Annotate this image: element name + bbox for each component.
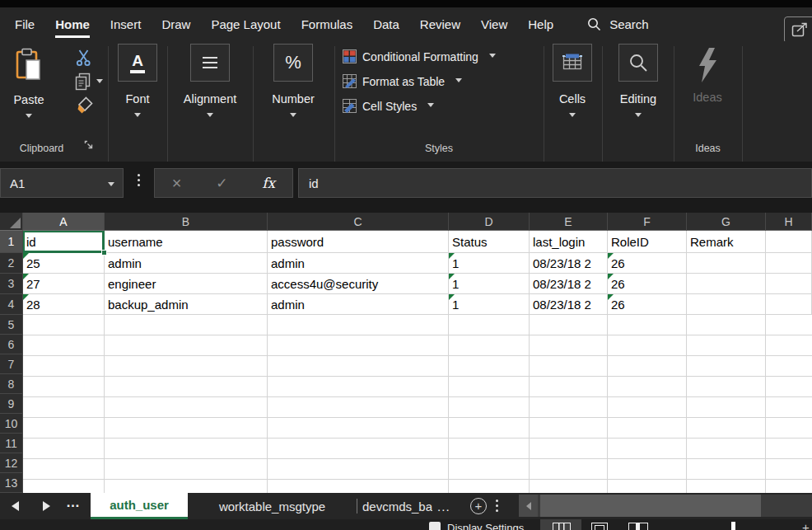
cell-d4[interactable]: 1 [449, 294, 530, 315]
cell-h4[interactable] [766, 294, 812, 315]
number-group-button[interactable]: % Number [273, 44, 313, 117]
cut-button[interactable] [76, 49, 91, 70]
row-header-1[interactable]: 1 [0, 231, 23, 253]
sheet-tab-worktable-msgtype[interactable]: worktable_msgtype [188, 493, 357, 519]
cell-c4[interactable]: admin [268, 294, 449, 315]
row-header-10[interactable]: 10 [0, 414, 23, 434]
select-all-button[interactable] [0, 213, 23, 231]
cell-styles-button[interactable]: Cell Styles [343, 99, 434, 113]
row-header-9[interactable]: 9 [0, 394, 23, 414]
zoom-in-button[interactable]: + [802, 520, 810, 530]
cell-g4[interactable] [687, 294, 766, 315]
cell-a3[interactable]: 27 [23, 274, 105, 294]
cell-f2[interactable]: 26 [608, 253, 687, 274]
cell-b3[interactable]: engineer [105, 274, 268, 294]
cell-g3[interactable] [687, 274, 766, 294]
column-header-d[interactable]: D [449, 213, 530, 231]
row-header-3[interactable]: 3 [0, 274, 23, 294]
sheet-tab-devcmds[interactable]: devcmds_ba ... [362, 493, 463, 519]
format-as-table-button[interactable]: Format as Table [343, 74, 462, 88]
column-header-a[interactable]: A [23, 213, 105, 231]
search-box[interactable]: Search [587, 17, 649, 31]
clipboard-dialog-launcher[interactable] [84, 138, 94, 153]
cell-a4[interactable]: 28 [23, 294, 105, 315]
column-header-c[interactable]: C [268, 213, 449, 231]
new-sheet-button[interactable]: + [470, 498, 487, 514]
column-header-e[interactable]: E [530, 213, 608, 231]
ideas-button[interactable]: Ideas [688, 46, 727, 104]
insert-function-button[interactable]: fx [262, 175, 275, 191]
format-painter-button[interactable] [76, 96, 94, 117]
menu-tab-draw[interactable]: Draw [161, 17, 190, 31]
menu-tab-home[interactable]: Home [55, 17, 90, 31]
cell-b1[interactable]: username [105, 231, 268, 253]
row-header-8[interactable]: 8 [0, 374, 23, 394]
column-header-g[interactable]: G [687, 213, 766, 231]
cell-f3[interactable]: 26 [608, 274, 687, 294]
sheet-tab-auth-user[interactable]: auth_user [91, 493, 188, 519]
menu-tab-page-layout[interactable]: Page Layout [211, 17, 280, 31]
row-header-2[interactable]: 2 [0, 253, 23, 274]
cancel-button[interactable]: × [172, 176, 182, 190]
cell-e3[interactable]: 08/23/18 2 [530, 274, 608, 294]
formula-bar-handle[interactable] [133, 174, 143, 186]
row-header-6[interactable]: 6 [0, 335, 23, 354]
menu-tab-help[interactable]: Help [528, 17, 553, 31]
conditional-formatting-button[interactable]: Conditional Formatting [343, 49, 496, 63]
zoom-slider-handle[interactable] [731, 522, 735, 530]
font-group-button[interactable]: A Font [118, 44, 157, 117]
cell-g1[interactable]: Remark [687, 231, 766, 253]
row-header-11[interactable]: 11 [0, 434, 23, 453]
row-header-12[interactable]: 12 [0, 453, 23, 473]
page-layout-view-icon[interactable] [591, 523, 608, 530]
cell-d3[interactable]: 1 [449, 274, 530, 294]
menu-tab-insert[interactable]: Insert [110, 17, 142, 31]
selected-cell-a1[interactable]: id [23, 231, 105, 253]
cell-e4[interactable]: 08/23/18 2 [530, 294, 608, 315]
cell-c1[interactable]: password [268, 231, 449, 253]
page-break-view-icon[interactable] [628, 523, 648, 530]
name-box[interactable]: A1 [0, 168, 124, 198]
fill-handle[interactable] [101, 250, 107, 256]
row-header-4[interactable]: 4 [0, 294, 23, 315]
cell-c2[interactable]: admin [268, 253, 449, 274]
cell-b2[interactable]: admin [105, 253, 268, 274]
cell-e1[interactable]: last_login [530, 231, 608, 253]
copy-button[interactable] [74, 73, 103, 91]
formula-input[interactable]: id [298, 168, 812, 198]
cell-e2[interactable]: 08/23/18 2 [530, 253, 608, 274]
cell-h3[interactable] [766, 274, 812, 294]
menu-tab-file[interactable]: File [15, 17, 35, 31]
row-header-5[interactable]: 5 [0, 315, 23, 335]
alignment-group-button[interactable]: Alignment [190, 44, 230, 117]
cell-b4[interactable]: backup_admin [105, 294, 268, 315]
share-button[interactable] [784, 16, 812, 44]
horizontal-scrollbar[interactable] [519, 495, 812, 517]
normal-view-icon[interactable] [553, 523, 571, 530]
column-header-f[interactable]: F [608, 213, 687, 231]
column-header-b[interactable]: B [105, 213, 268, 231]
editing-group-button[interactable]: Editing [618, 44, 658, 117]
paste-button[interactable]: Paste [5, 48, 53, 118]
enter-button[interactable]: ✓ [216, 175, 227, 192]
scroll-left-button[interactable] [519, 495, 538, 517]
menu-tab-data[interactable]: Data [373, 17, 399, 31]
cell-f1[interactable]: RoleID [608, 231, 687, 253]
display-settings-label[interactable]: Display Settings [447, 522, 524, 530]
empty-cells-area[interactable] [23, 315, 812, 493]
cell-h2[interactable] [766, 253, 812, 274]
cell-h1[interactable] [766, 231, 812, 253]
cell-a2[interactable]: 25 [23, 253, 105, 274]
row-header-13[interactable]: 13 [0, 473, 23, 493]
cell-c3[interactable]: access4u@security [268, 274, 449, 294]
sheet-nav-right-icon[interactable] [43, 501, 50, 511]
cell-d2[interactable]: 1 [449, 253, 530, 274]
cell-f4[interactable]: 26 [608, 294, 687, 315]
menu-tab-review[interactable]: Review [420, 17, 460, 31]
tab-more-menu-icon[interactable] [496, 500, 498, 512]
cell-g2[interactable] [687, 253, 766, 274]
sheet-nav-left-icon[interactable] [12, 501, 19, 511]
menu-tab-formulas[interactable]: Formulas [301, 17, 353, 31]
sheet-overflow-dots[interactable]: … [66, 495, 82, 511]
scrollbar-thumb[interactable] [540, 495, 761, 517]
